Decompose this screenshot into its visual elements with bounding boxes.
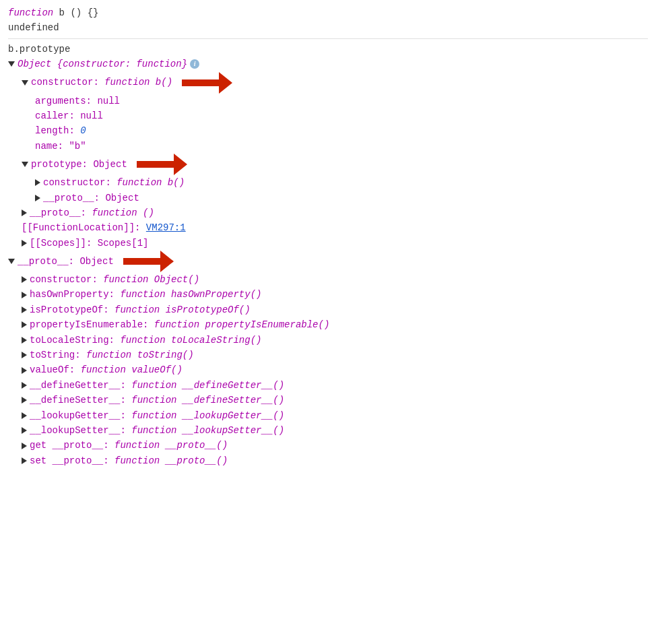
valueof-label: valueOf: [30,362,81,377]
collapse-object-root[interactable] [8,61,15,67]
keyword-function-valueof: function [81,362,126,377]
collapse-dunder-proto[interactable] [8,259,15,264]
expand-definegetter[interactable] [22,382,27,389]
expand-proto-dunder[interactable] [35,195,40,201]
arrow-head-constructor [219,72,232,94]
arrow-body-prototype [137,161,174,168]
expand-propertyisenumerable[interactable] [22,321,27,328]
object-label: Object {constructor: [18,57,136,71]
keyword-function-proto-constructor: function [117,175,162,190]
collapse-constructor[interactable] [22,80,28,86]
info-icon[interactable]: i [190,59,199,69]
expand-definesetter[interactable] [22,397,27,404]
separator [8,38,648,39]
line-propertyisenumerable: propertyIsEnumerable: function propertyI… [8,317,648,332]
isprototypeof-label: isPrototypeOf: [30,302,114,317]
scopes-label: [[Scopes]]: Scopes[1] [30,236,148,251]
console-output: function b () {} undefined b.prototype O… [8,5,648,468]
expand-dp-constructor[interactable] [22,276,27,283]
keyword-function: function [8,5,53,20]
definesetter-sig: __defineSetter__() [176,393,284,408]
collapse-prototype[interactable] [22,162,28,167]
length-label: length: [35,123,80,138]
bprototype-label: b.prototype [8,42,70,57]
line-object-root: Object {constructor: function } i [8,57,648,71]
keyword-function-get-proto: function [114,438,160,453]
expand-tolocalestring[interactable] [22,337,27,344]
arguments-label: arguments: null [35,94,120,108]
constructor-b: b() [150,75,172,90]
expand-valueof[interactable] [22,367,27,374]
line-lookupgetter: __lookupGetter__: function __lookupGette… [8,408,648,423]
line-isprototypeof: isPrototypeOf: function isPrototypeOf() [8,302,648,317]
name-label: name: "b" [35,139,86,154]
get-proto-sig: __proto__() [160,438,228,453]
expand-hasownproperty[interactable] [22,292,27,298]
expand-isprototypeof[interactable] [22,307,27,313]
line-scopes: [[Scopes]]: Scopes[1] [8,236,648,251]
function-signature: b () {} [53,5,98,20]
propertyisenumerable-sig: propertyIsEnumerable() [199,317,329,332]
arrow-constructor [182,72,232,94]
proto-constructor-b: b() [162,175,185,190]
line-definegetter: __defineGetter__: function __defineGette… [8,378,648,393]
line-caller: caller: null [8,108,648,123]
arrow-head-dunder [160,251,174,272]
caller-label: caller: null [35,108,103,123]
keyword-function-isprototypeof: function [114,302,160,317]
line-undefined: undefined [8,20,648,35]
line-function-declaration: function b () {} [8,5,648,20]
line-name: name: "b" [8,139,648,154]
functionlocation-label: [[FunctionLocation]]: [22,220,146,235]
dp-constructor-label: constructor: [30,272,103,287]
isprototypeof-sig: isPrototypeOf() [160,302,250,317]
tolocalestring-sig: toLocaleString() [166,333,262,348]
keyword-function-definegetter: function [131,378,176,393]
line-definesetter: __defineSetter__: function __defineSette… [8,393,648,408]
line-arguments: arguments: null [8,94,648,108]
keyword-function-tostring: function [86,348,131,362]
line-proto-constructor: constructor: function b() [8,175,648,190]
prototype-label: prototype: Object [31,157,127,172]
definegetter-sig: __defineGetter__() [176,378,284,393]
line-bprototype: b.prototype [8,42,648,57]
arrow-head-prototype [174,154,187,175]
expand-set-proto[interactable] [22,457,27,464]
proto-dunder-label: __proto__: Object [43,191,139,205]
expand-scopes[interactable] [22,240,27,247]
line-constructor: constructor: function b() [8,72,648,94]
expand-tostring[interactable] [22,352,27,358]
set-proto-label: set __proto__: [30,453,114,468]
proto-fn-sig: () [137,205,154,220]
line-set-proto: set __proto__: function __proto__() [8,453,648,468]
line-dunder-proto: __proto__: Object [8,251,648,272]
undefined-value: undefined [8,20,59,35]
keyword-function-constructor: function [104,75,150,90]
dp-constructor-obj: Object() [148,272,199,287]
line-hasownproperty: hasOwnProperty: function hasOwnProperty(… [8,287,648,302]
keyword-function-obj: function [136,57,181,71]
line-get-proto: get __proto__: function __proto__() [8,438,648,453]
keyword-function-lookupsetter: function [131,423,176,438]
tostring-sig: toString() [131,348,193,362]
keyword-function-lookupgetter: function [131,408,176,423]
arrow-prototype [137,154,187,175]
vm-link[interactable]: VM297:1 [146,220,186,235]
proto-constructor-label: constructor: [43,175,117,190]
arrow-body-constructor [182,79,219,86]
expand-get-proto[interactable] [22,443,27,449]
keyword-function-hasownproperty: function [120,287,165,302]
set-proto-sig: __proto__() [160,453,228,468]
valueof-sig: valueOf() [126,362,183,377]
expand-lookupgetter[interactable] [22,412,27,419]
definesetter-label: __defineSetter__: [30,393,131,408]
expand-proto-constructor[interactable] [35,179,40,186]
hasownproperty-sig: hasOwnProperty() [166,287,262,302]
expand-proto-fn[interactable] [22,210,27,216]
expand-lookupsetter[interactable] [22,427,27,434]
line-valueof: valueOf: function valueOf() [8,362,648,377]
lookupgetter-sig: __lookupGetter__() [176,408,284,423]
keyword-function-tolocalestring: function [120,333,165,348]
constructor-label: constructor: [31,75,104,90]
tolocalestring-label: toLocaleString: [30,333,120,348]
